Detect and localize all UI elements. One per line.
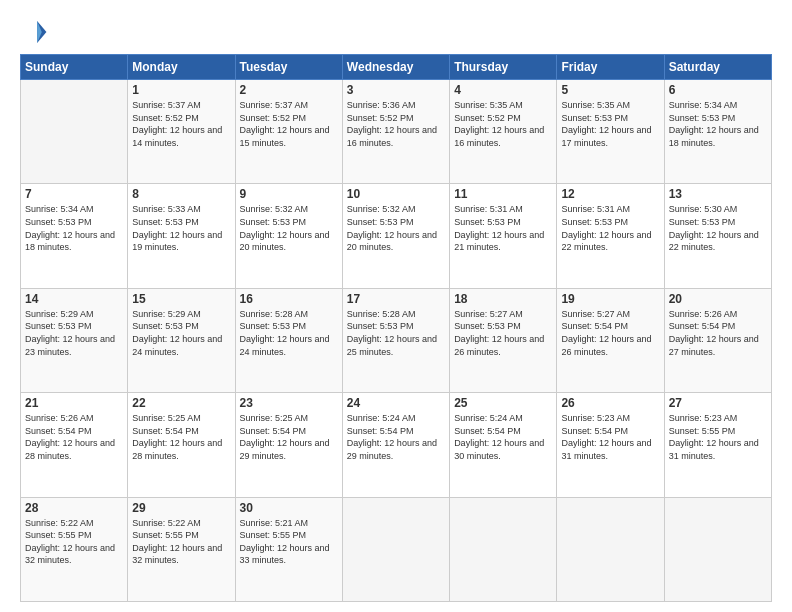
day-number: 29 bbox=[132, 501, 230, 515]
day-number: 21 bbox=[25, 396, 123, 410]
day-info: Sunrise: 5:23 AMSunset: 5:54 PMDaylight:… bbox=[561, 412, 659, 462]
day-info: Sunrise: 5:27 AMSunset: 5:53 PMDaylight:… bbox=[454, 308, 552, 358]
day-number: 11 bbox=[454, 187, 552, 201]
calendar-cell: 15Sunrise: 5:29 AMSunset: 5:53 PMDayligh… bbox=[128, 288, 235, 392]
day-info: Sunrise: 5:27 AMSunset: 5:54 PMDaylight:… bbox=[561, 308, 659, 358]
day-number: 3 bbox=[347, 83, 445, 97]
calendar-cell: 30Sunrise: 5:21 AMSunset: 5:55 PMDayligh… bbox=[235, 497, 342, 601]
calendar-header-row: SundayMondayTuesdayWednesdayThursdayFrid… bbox=[21, 55, 772, 80]
day-info: Sunrise: 5:31 AMSunset: 5:53 PMDaylight:… bbox=[454, 203, 552, 253]
day-number: 28 bbox=[25, 501, 123, 515]
calendar-cell: 25Sunrise: 5:24 AMSunset: 5:54 PMDayligh… bbox=[450, 393, 557, 497]
calendar-cell: 23Sunrise: 5:25 AMSunset: 5:54 PMDayligh… bbox=[235, 393, 342, 497]
calendar-header-wednesday: Wednesday bbox=[342, 55, 449, 80]
calendar-cell: 28Sunrise: 5:22 AMSunset: 5:55 PMDayligh… bbox=[21, 497, 128, 601]
day-info: Sunrise: 5:29 AMSunset: 5:53 PMDaylight:… bbox=[132, 308, 230, 358]
day-info: Sunrise: 5:37 AMSunset: 5:52 PMDaylight:… bbox=[240, 99, 338, 149]
day-info: Sunrise: 5:28 AMSunset: 5:53 PMDaylight:… bbox=[347, 308, 445, 358]
calendar-cell: 18Sunrise: 5:27 AMSunset: 5:53 PMDayligh… bbox=[450, 288, 557, 392]
day-number: 5 bbox=[561, 83, 659, 97]
calendar-cell: 16Sunrise: 5:28 AMSunset: 5:53 PMDayligh… bbox=[235, 288, 342, 392]
day-number: 6 bbox=[669, 83, 767, 97]
calendar-cell: 24Sunrise: 5:24 AMSunset: 5:54 PMDayligh… bbox=[342, 393, 449, 497]
calendar-header-saturday: Saturday bbox=[664, 55, 771, 80]
calendar-header-tuesday: Tuesday bbox=[235, 55, 342, 80]
day-number: 7 bbox=[25, 187, 123, 201]
calendar-cell: 26Sunrise: 5:23 AMSunset: 5:54 PMDayligh… bbox=[557, 393, 664, 497]
day-number: 25 bbox=[454, 396, 552, 410]
day-info: Sunrise: 5:30 AMSunset: 5:53 PMDaylight:… bbox=[669, 203, 767, 253]
calendar-cell: 20Sunrise: 5:26 AMSunset: 5:54 PMDayligh… bbox=[664, 288, 771, 392]
calendar-cell: 5Sunrise: 5:35 AMSunset: 5:53 PMDaylight… bbox=[557, 80, 664, 184]
day-number: 13 bbox=[669, 187, 767, 201]
calendar-header-friday: Friday bbox=[557, 55, 664, 80]
calendar-cell: 14Sunrise: 5:29 AMSunset: 5:53 PMDayligh… bbox=[21, 288, 128, 392]
calendar-week-3: 21Sunrise: 5:26 AMSunset: 5:54 PMDayligh… bbox=[21, 393, 772, 497]
day-number: 2 bbox=[240, 83, 338, 97]
calendar-cell bbox=[342, 497, 449, 601]
calendar-cell: 6Sunrise: 5:34 AMSunset: 5:53 PMDaylight… bbox=[664, 80, 771, 184]
day-info: Sunrise: 5:28 AMSunset: 5:53 PMDaylight:… bbox=[240, 308, 338, 358]
day-info: Sunrise: 5:33 AMSunset: 5:53 PMDaylight:… bbox=[132, 203, 230, 253]
day-info: Sunrise: 5:34 AMSunset: 5:53 PMDaylight:… bbox=[669, 99, 767, 149]
day-info: Sunrise: 5:23 AMSunset: 5:55 PMDaylight:… bbox=[669, 412, 767, 462]
day-info: Sunrise: 5:24 AMSunset: 5:54 PMDaylight:… bbox=[454, 412, 552, 462]
calendar-cell bbox=[450, 497, 557, 601]
logo bbox=[20, 18, 52, 46]
day-info: Sunrise: 5:21 AMSunset: 5:55 PMDaylight:… bbox=[240, 517, 338, 567]
day-info: Sunrise: 5:35 AMSunset: 5:52 PMDaylight:… bbox=[454, 99, 552, 149]
day-number: 18 bbox=[454, 292, 552, 306]
calendar-cell bbox=[664, 497, 771, 601]
calendar-header-monday: Monday bbox=[128, 55, 235, 80]
calendar-header-sunday: Sunday bbox=[21, 55, 128, 80]
day-number: 24 bbox=[347, 396, 445, 410]
day-info: Sunrise: 5:31 AMSunset: 5:53 PMDaylight:… bbox=[561, 203, 659, 253]
day-info: Sunrise: 5:22 AMSunset: 5:55 PMDaylight:… bbox=[25, 517, 123, 567]
calendar-table: SundayMondayTuesdayWednesdayThursdayFrid… bbox=[20, 54, 772, 602]
day-number: 12 bbox=[561, 187, 659, 201]
calendar-header-thursday: Thursday bbox=[450, 55, 557, 80]
day-number: 1 bbox=[132, 83, 230, 97]
calendar-cell: 29Sunrise: 5:22 AMSunset: 5:55 PMDayligh… bbox=[128, 497, 235, 601]
calendar-week-2: 14Sunrise: 5:29 AMSunset: 5:53 PMDayligh… bbox=[21, 288, 772, 392]
day-info: Sunrise: 5:37 AMSunset: 5:52 PMDaylight:… bbox=[132, 99, 230, 149]
calendar-cell: 22Sunrise: 5:25 AMSunset: 5:54 PMDayligh… bbox=[128, 393, 235, 497]
day-number: 20 bbox=[669, 292, 767, 306]
day-info: Sunrise: 5:32 AMSunset: 5:53 PMDaylight:… bbox=[240, 203, 338, 253]
calendar-cell: 3Sunrise: 5:36 AMSunset: 5:52 PMDaylight… bbox=[342, 80, 449, 184]
calendar-cell: 4Sunrise: 5:35 AMSunset: 5:52 PMDaylight… bbox=[450, 80, 557, 184]
day-number: 15 bbox=[132, 292, 230, 306]
day-info: Sunrise: 5:36 AMSunset: 5:52 PMDaylight:… bbox=[347, 99, 445, 149]
day-info: Sunrise: 5:25 AMSunset: 5:54 PMDaylight:… bbox=[132, 412, 230, 462]
day-number: 22 bbox=[132, 396, 230, 410]
day-number: 30 bbox=[240, 501, 338, 515]
day-number: 9 bbox=[240, 187, 338, 201]
logo-icon bbox=[20, 18, 48, 46]
page: SundayMondayTuesdayWednesdayThursdayFrid… bbox=[0, 0, 792, 612]
calendar-week-0: 1Sunrise: 5:37 AMSunset: 5:52 PMDaylight… bbox=[21, 80, 772, 184]
calendar-cell bbox=[21, 80, 128, 184]
calendar-cell: 1Sunrise: 5:37 AMSunset: 5:52 PMDaylight… bbox=[128, 80, 235, 184]
calendar-cell: 12Sunrise: 5:31 AMSunset: 5:53 PMDayligh… bbox=[557, 184, 664, 288]
calendar-cell: 2Sunrise: 5:37 AMSunset: 5:52 PMDaylight… bbox=[235, 80, 342, 184]
calendar-cell: 27Sunrise: 5:23 AMSunset: 5:55 PMDayligh… bbox=[664, 393, 771, 497]
day-info: Sunrise: 5:22 AMSunset: 5:55 PMDaylight:… bbox=[132, 517, 230, 567]
day-info: Sunrise: 5:34 AMSunset: 5:53 PMDaylight:… bbox=[25, 203, 123, 253]
day-number: 17 bbox=[347, 292, 445, 306]
day-info: Sunrise: 5:35 AMSunset: 5:53 PMDaylight:… bbox=[561, 99, 659, 149]
calendar-cell: 19Sunrise: 5:27 AMSunset: 5:54 PMDayligh… bbox=[557, 288, 664, 392]
day-number: 23 bbox=[240, 396, 338, 410]
day-info: Sunrise: 5:29 AMSunset: 5:53 PMDaylight:… bbox=[25, 308, 123, 358]
day-number: 10 bbox=[347, 187, 445, 201]
day-info: Sunrise: 5:24 AMSunset: 5:54 PMDaylight:… bbox=[347, 412, 445, 462]
header bbox=[20, 18, 772, 46]
day-number: 26 bbox=[561, 396, 659, 410]
day-number: 14 bbox=[25, 292, 123, 306]
calendar-week-1: 7Sunrise: 5:34 AMSunset: 5:53 PMDaylight… bbox=[21, 184, 772, 288]
day-info: Sunrise: 5:26 AMSunset: 5:54 PMDaylight:… bbox=[669, 308, 767, 358]
calendar-cell: 11Sunrise: 5:31 AMSunset: 5:53 PMDayligh… bbox=[450, 184, 557, 288]
calendar-week-4: 28Sunrise: 5:22 AMSunset: 5:55 PMDayligh… bbox=[21, 497, 772, 601]
day-number: 8 bbox=[132, 187, 230, 201]
calendar-cell: 21Sunrise: 5:26 AMSunset: 5:54 PMDayligh… bbox=[21, 393, 128, 497]
day-number: 27 bbox=[669, 396, 767, 410]
